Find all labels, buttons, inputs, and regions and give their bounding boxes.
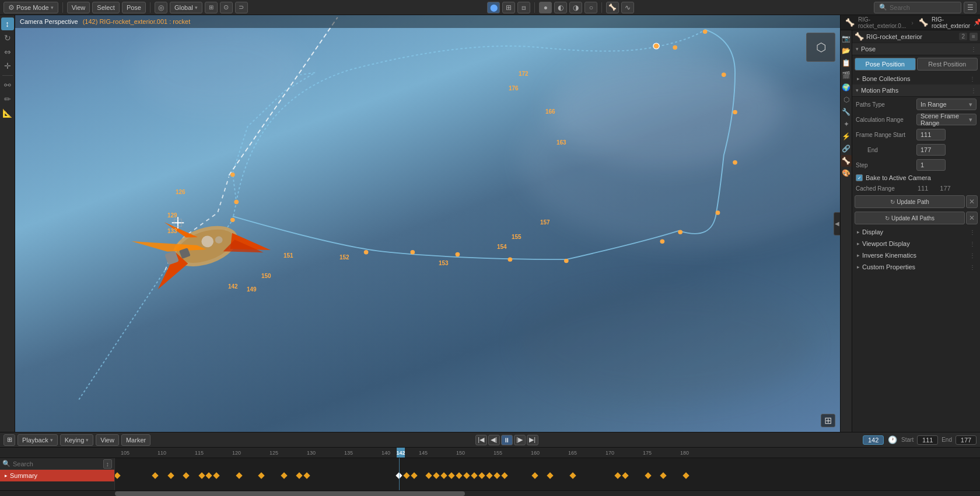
kf-8[interactable] (236, 472, 242, 479)
timeline-view-menu[interactable]: View (96, 434, 119, 446)
kf-15[interactable] (425, 472, 432, 479)
step-forward-btn[interactable]: |▶ (514, 435, 526, 445)
mirror-btn[interactable]: ⊃ (235, 2, 248, 13)
left-icon-rotate[interactable]: ↻ (1, 31, 14, 44)
r-icon-particles[interactable]: ✦ (841, 118, 852, 130)
current-frame-display[interactable]: 142 (863, 435, 884, 445)
r-icon-object[interactable]: ⬡ (841, 94, 852, 105)
kf-33[interactable] (682, 472, 689, 479)
kf-16[interactable] (433, 472, 439, 479)
display-item[interactable]: ▸ Display ⋮ (852, 226, 980, 238)
kf-29[interactable] (614, 472, 621, 479)
kf-22[interactable] (478, 472, 485, 479)
pose-section-header[interactable]: ▾ Pose ⋮ (852, 43, 980, 55)
ik-item[interactable]: ▸ Inverse Kinematics ⋮ (852, 249, 980, 261)
solid-shading[interactable]: ● (539, 2, 552, 13)
kf-30[interactable] (622, 472, 628, 479)
left-icon-pose[interactable]: ⚯ (1, 79, 14, 92)
global-selector[interactable]: Global ▾ (170, 2, 202, 13)
r-icon-physics[interactable]: ⚡ (841, 131, 852, 142)
kf-6[interactable] (205, 472, 212, 479)
motion-paths-section-header[interactable]: ▾ Motion Paths ⋮ (852, 85, 980, 97)
update-path-x-btn[interactable]: ✕ (966, 195, 978, 208)
keying-menu[interactable]: Keying ▾ (60, 434, 94, 446)
select-menu[interactable]: Select (92, 2, 120, 13)
r-icon-render[interactable]: 📷 (841, 33, 852, 44)
kf-24[interactable] (494, 472, 500, 479)
xray-btn[interactable]: ⧈ (517, 2, 530, 13)
r-icon-objectdata[interactable]: 🦴 (841, 155, 852, 167)
kf-17[interactable] (440, 472, 447, 479)
end-frame-display[interactable]: 177 (956, 435, 977, 445)
pin-btn[interactable]: 📌 (974, 19, 980, 27)
snap-btn[interactable]: ⊞ (205, 2, 218, 13)
kf-1[interactable] (115, 472, 121, 479)
step-field[interactable]: 1 (916, 159, 946, 171)
kf-18[interactable] (448, 472, 454, 479)
pose-position-btn[interactable]: Pose Position (855, 58, 916, 71)
kf-25[interactable] (501, 472, 508, 479)
search-bar[interactable]: 🔍 Search (874, 2, 961, 13)
kf-26[interactable] (531, 472, 538, 479)
start-frame-display[interactable]: 111 (917, 435, 938, 445)
kf-10[interactable] (281, 472, 287, 479)
timeline-filter-btn[interactable]: ↕ (103, 459, 113, 469)
bake-camera-checkbox[interactable]: ✓ (856, 174, 863, 181)
kf-27[interactable] (547, 472, 553, 479)
clock-icon[interactable]: 🕐 (887, 435, 898, 445)
keyframe-track-area[interactable] (115, 458, 980, 490)
update-all-paths-btn[interactable]: ↻ Update All Paths (855, 212, 965, 224)
kf-9[interactable] (258, 472, 264, 479)
viewport-display-item[interactable]: ▸ Viewport Display ⋮ (852, 238, 980, 249)
kf-21[interactable] (471, 472, 477, 479)
kf-11[interactable] (296, 472, 302, 479)
kf-14[interactable] (411, 472, 417, 479)
jump-end-btn[interactable]: ▶| (527, 435, 538, 445)
r-icon-material[interactable]: 🎨 (841, 167, 852, 179)
r-icon-modifier[interactable]: 🔧 (841, 106, 852, 118)
calc-range-dropdown[interactable]: Scene Frame Range ▾ (916, 114, 977, 125)
pivot-btn[interactable]: ◎ (155, 2, 167, 13)
collapse-panel-btn[interactable]: ◀ (834, 212, 840, 235)
kf-7[interactable] (213, 472, 219, 479)
update-path-btn[interactable]: ↻ Update Path (855, 195, 965, 208)
r-icon-constraint[interactable]: 🔗 (841, 143, 852, 154)
mode-selector[interactable]: ⚙ Pose Mode ▾ (4, 2, 58, 13)
pose-options-btn[interactable]: 🦴 (606, 2, 619, 13)
bone-collections-item[interactable]: ▸ Bone Collections ⋮ (852, 73, 980, 85)
left-icon-move[interactable]: ↕ (1, 17, 14, 30)
rendered-shading[interactable]: ◑ (569, 2, 582, 13)
kf-23[interactable] (486, 472, 492, 479)
kf-3[interactable] (167, 472, 174, 479)
playback-menu[interactable]: Playback ▾ (18, 434, 58, 446)
timeline-widget-icon[interactable]: ⊞ (4, 434, 15, 446)
scroll-handle[interactable] (115, 491, 465, 496)
r-icon-output[interactable]: 📂 (841, 45, 852, 57)
layout-options-btn[interactable]: ☰ (964, 2, 977, 13)
custom-props-item[interactable]: ▸ Custom Properties ⋮ (852, 261, 980, 273)
proportional-btn[interactable]: ⊙ (220, 2, 233, 13)
viewport[interactable]: Camera Perspective (142) RIG-rocket_exte… (15, 15, 840, 432)
step-back-btn[interactable]: ◀| (488, 435, 500, 445)
left-icon-scale[interactable]: ⇔ (1, 45, 14, 58)
rest-position-btn[interactable]: Rest Position (917, 58, 978, 71)
kf-2[interactable] (152, 472, 158, 479)
r-icon-world[interactable]: 🌍 (841, 82, 852, 93)
r-icon-scene[interactable]: 🎬 (841, 69, 852, 81)
kf-4[interactable] (183, 472, 189, 479)
viewport-nav-cube[interactable]: ⬡ (806, 33, 835, 62)
h-scrollbar[interactable] (0, 490, 980, 496)
view-menu[interactable]: View (67, 2, 90, 13)
kf-20[interactable] (463, 472, 470, 479)
frame-range-end-field[interactable]: 177 (916, 144, 946, 156)
armature-options-btn[interactable]: ≡ (970, 33, 978, 41)
r-icon-viewlayer[interactable]: 📋 (841, 57, 852, 69)
overlay-btn[interactable]: ⊞ (502, 2, 515, 13)
kf-5[interactable] (198, 472, 205, 479)
wireframe-shading[interactable]: ○ (584, 2, 597, 13)
kf-28[interactable] (569, 472, 576, 479)
pause-btn[interactable]: ⏸ (501, 435, 513, 445)
left-icon-annotate[interactable]: ✏ (1, 93, 14, 105)
viewport-shading-btn[interactable]: ⬤ (487, 2, 500, 13)
marker-menu[interactable]: Marker (121, 434, 150, 446)
